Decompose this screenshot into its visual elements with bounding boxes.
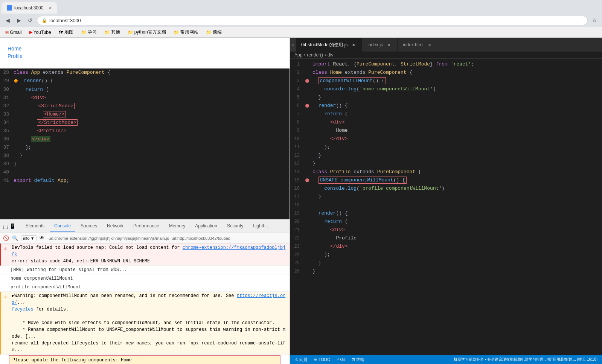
breadcrumb-div[interactable]: div xyxy=(328,52,333,58)
vscode-tab-index[interactable]: index.js ✕ xyxy=(362,38,398,52)
back-button[interactable]: ◀ xyxy=(3,16,12,25)
bookmark-gmail[interactable]: M Gmail xyxy=(3,29,24,36)
code-line-28: 28 class App extends PureComponent { xyxy=(0,69,290,77)
tab-sources[interactable]: Sources xyxy=(76,221,102,231)
favicon xyxy=(7,5,12,11)
breakpoint-3 xyxy=(305,79,309,83)
warning-icon-1: ⚠ xyxy=(4,293,10,300)
vscode-tab-strict[interactable]: 04-strictModel的使用.js ✕ xyxy=(296,38,362,52)
breakpoint-6 xyxy=(305,104,309,108)
tab-application[interactable]: Application xyxy=(191,221,222,231)
bookmark-youtube[interactable]: ▶ YouTube xyxy=(27,29,53,36)
vscode-line-1: 1 import React, {PureComponent, StrictMo… xyxy=(290,60,602,69)
devtools-console: ⚠ DevTools failed to load source map: Co… xyxy=(0,244,290,364)
warning-link[interactable]: https://reactjs.org/ xyxy=(12,293,285,305)
console-error-1: ⚠ DevTools failed to load source map: Co… xyxy=(0,244,290,266)
code-line-37: 37 ); xyxy=(0,143,290,152)
console-clear-icon[interactable]: 🚫 xyxy=(3,235,9,241)
vscode-line-9: 9 Home xyxy=(290,126,602,135)
forward-button[interactable]: ▶ xyxy=(14,16,23,25)
vscode-line-14: 14 class Profile extends PureComponent { xyxy=(290,168,602,176)
breadcrumb-sep-1: › xyxy=(304,52,305,58)
breadcrumb-render[interactable]: render() xyxy=(307,52,323,58)
tab-title: localhost:3000 xyxy=(14,5,43,11)
bookmark-frontend[interactable]: 📁 前端 xyxy=(204,28,224,36)
devtools-inspect-icon[interactable]: ⬚ xyxy=(3,223,8,229)
profile-link[interactable]: Profile xyxy=(8,53,282,59)
bookmark-maps[interactable]: 🗺 地图 xyxy=(56,28,76,36)
code-line-36: 36 </div> xyxy=(0,135,290,143)
tab-security[interactable]: Security xyxy=(223,221,248,231)
console-home-mount: home componentWillMount xyxy=(0,274,290,283)
tab-console[interactable]: Console xyxy=(50,221,75,231)
devtools-device-icon[interactable]: 📱 xyxy=(9,223,16,229)
vscode-line-12: 12 } xyxy=(290,151,602,160)
error-icon: ⚠ xyxy=(4,245,10,252)
vscode-tab-html-label: index.html xyxy=(403,42,424,47)
eye-icon[interactable]: 👁 xyxy=(40,235,44,241)
vscode-tab-html[interactable]: index.html ✕ xyxy=(398,38,438,52)
vscode-line-10: 10 </div> xyxy=(290,135,602,143)
vscode-line-19: 19 render() { xyxy=(290,209,602,218)
breadcrumb-app[interactable]: App xyxy=(294,52,302,58)
vscode-line-11: 11 ); xyxy=(290,143,602,151)
url-bar[interactable]: 🔒 localhost:3000 xyxy=(37,16,588,25)
bookmark-common[interactable]: 📁 常用网站 xyxy=(171,28,201,36)
youtube-label: YouTube xyxy=(34,30,51,35)
vscode-line-18: 18 xyxy=(290,201,602,209)
vscode-tab-strict-close[interactable]: ✕ xyxy=(351,42,357,48)
fecycles-link[interactable]: fecycles xyxy=(12,307,34,312)
vscode-editor[interactable]: 1 import React, {PureComponent, StrictMo… xyxy=(290,59,602,355)
bookmark-star[interactable]: ☆ xyxy=(590,16,599,25)
tab-close[interactable]: ✕ xyxy=(49,6,52,11)
tab-performance[interactable]: Performance xyxy=(129,221,164,231)
vscode-line-26: 26 } xyxy=(290,267,602,276)
tab-network[interactable]: Network xyxy=(102,221,128,231)
folder-icon-python: 📁 xyxy=(128,30,133,35)
bookmarks-bar: M Gmail ▶ YouTube 🗺 地图 📁 学习 📁 其他 📁 pytho… xyxy=(0,27,602,38)
vscode-line-4: 4 console.log('home componentWillMount') xyxy=(290,85,602,93)
youtube-icon: ▶ xyxy=(29,30,32,35)
vscode-tab-html-close[interactable]: ✕ xyxy=(427,42,433,48)
maps-icon: 🗺 xyxy=(59,30,63,35)
console-filter-icon[interactable]: 🔍 xyxy=(12,235,18,241)
tab-memory[interactable]: Memory xyxy=(165,221,190,231)
vscode-line-25: 25 } xyxy=(290,259,602,267)
vscode-tab-index-close[interactable]: ✕ xyxy=(386,42,392,48)
statusbar-git[interactable]: ⑂ Git xyxy=(337,357,346,362)
bookmark-study[interactable]: 📁 学习 xyxy=(79,28,99,36)
browser-page: Home Profile 28 class App extends PureCo… xyxy=(0,38,290,364)
bookmark-other[interactable]: 📁 其他 xyxy=(102,28,122,36)
context-selector[interactable]: info ▼ xyxy=(21,235,37,241)
console-please-update: Please update the following components: … xyxy=(9,355,280,364)
tab-lighthouse[interactable]: Lighth... xyxy=(248,221,274,231)
code-line-31: 31 <div> xyxy=(0,94,290,102)
vscode-sidebar-toggle[interactable]: ≡ xyxy=(292,43,294,47)
statusbar-info: 机器学习辅助补全 • 补全建议现在能帮助机器学习排库，按"启用装饰"以... (… xyxy=(370,357,597,362)
dropdown-arrow: ▼ xyxy=(30,236,35,241)
browser-tab[interactable]: localhost:3000 ✕ xyxy=(2,2,57,14)
code-line-33: 33 <Home/> xyxy=(0,110,290,119)
vscode-line-15: 15 UNSAFE_componentWillMount() { xyxy=(290,176,602,184)
folder-icon-other: 📁 xyxy=(104,30,110,35)
statusbar-todo[interactable]: ☰ TODO xyxy=(314,357,330,362)
error-link-1[interactable]: chrome-extension://fmkadmapgofadopljbjfk xyxy=(12,245,285,257)
devtools-tabs: ⬚ 📱 Elements Console Sources Network Per… xyxy=(0,219,290,233)
code-line-32: 32 <StrictMode> xyxy=(0,102,290,110)
react-app-preview: Home Profile xyxy=(0,38,290,69)
vscode-line-20: 20 return ( xyxy=(290,218,602,226)
vscode-tabs: ≡ 04-strictModel的使用.js ✕ index.js ✕ inde… xyxy=(290,38,602,52)
tab-elements[interactable]: Elements xyxy=(21,221,49,231)
statusbar-issues[interactable]: ⚠ 问题 xyxy=(294,357,308,362)
gmail-icon: M xyxy=(5,30,9,35)
browser-chrome: localhost:3000 ✕ ◀ ▶ ↺ 🔒 localhost:3000 … xyxy=(0,0,602,38)
home-link[interactable]: Home xyxy=(8,46,282,52)
bookmark-python[interactable]: 📁 python官方文档 xyxy=(125,28,168,36)
reload-button[interactable]: ↺ xyxy=(26,16,35,25)
vscode-line-13: 13 } xyxy=(290,160,602,168)
tab-bar: localhost:3000 ✕ xyxy=(0,0,602,14)
statusbar-terminal[interactable]: ⊡ 终端 xyxy=(352,357,364,362)
code-line-30: 30 return ( xyxy=(0,85,290,94)
breadcrumb-sep-2: › xyxy=(325,52,326,58)
vscode-line-24: 24 ); xyxy=(290,251,602,259)
